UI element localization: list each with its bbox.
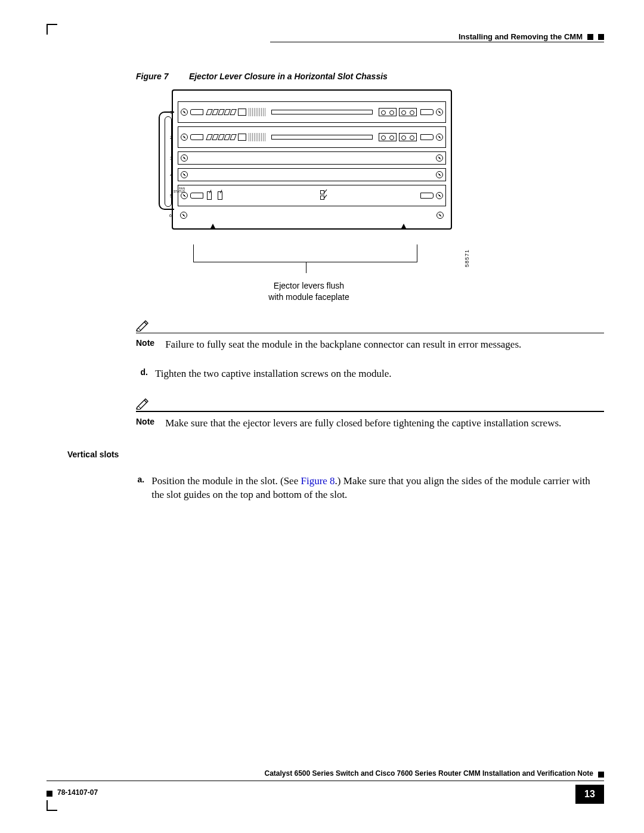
- captive-screw-icon: [436, 154, 443, 162]
- captive-screw-icon: [181, 171, 188, 178]
- callout-line: [193, 244, 194, 262]
- captive-screw-icon: [181, 192, 188, 199]
- footer-doc-number: 78-14107-07: [57, 788, 98, 797]
- step-letter: d.: [136, 367, 148, 377]
- step-text: Position the module in the slot. (See Fi…: [151, 475, 604, 502]
- note-text: Failure to fully seat the module in the …: [165, 338, 521, 352]
- step-item: d. Tighten the two captive installation …: [136, 367, 604, 381]
- page-number-badge: 13: [575, 785, 604, 804]
- note-pencil-icon: [136, 398, 150, 410]
- note-label: Note: [136, 338, 154, 348]
- crop-mark: [47, 810, 57, 811]
- figure-part-number: 58571: [464, 249, 470, 267]
- callout-line: [193, 262, 417, 262]
- footer-doc-title: Catalyst 6500 Series Switch and Cisco 76…: [264, 769, 593, 778]
- decorative-square: [598, 772, 604, 778]
- figure-cross-reference-link[interactable]: Figure 8: [301, 475, 335, 487]
- note-rule: [136, 411, 604, 412]
- chassis-slot: 5: [178, 185, 446, 206]
- note-block: Note Make sure that the ejector levers a…: [136, 398, 604, 430]
- slot-number: 1: [170, 110, 172, 114]
- ejector-lever-icon: [420, 134, 434, 140]
- captive-screw-icon: [436, 171, 443, 178]
- ejector-lever-icon: [190, 109, 203, 115]
- captive-screw-icon: [181, 154, 188, 162]
- footer-rule: [47, 781, 604, 781]
- note-pencil-icon: [136, 320, 150, 332]
- crop-mark: [47, 24, 48, 35]
- note-rule: [136, 333, 604, 334]
- ejector-lever-icon: [420, 193, 434, 199]
- captive-screw-icon: [436, 192, 443, 199]
- decorative-square: [598, 34, 604, 40]
- figure-callout-text: Ejector levers flush with module facepla…: [154, 280, 464, 303]
- chassis-slot: 4: [178, 168, 446, 181]
- slot-number: 4: [170, 173, 172, 177]
- note-block: Note Failure to fully seat the module in…: [136, 320, 604, 352]
- callout-arrow-icon: [210, 224, 216, 230]
- figure-number: Figure 7: [136, 72, 187, 81]
- step-item: a. Position the module in the slot. (See…: [136, 475, 604, 502]
- header-section-title: Installing and Removing the CMM: [459, 32, 583, 41]
- slot-number: 5: [170, 194, 172, 198]
- note-label: Note: [136, 417, 154, 426]
- ejector-lever-icon: [190, 134, 203, 140]
- figure-heading: Figure 7 Ejector Lever Closure in a Hori…: [136, 72, 604, 81]
- slot-number: 2: [170, 135, 172, 140]
- captive-screw-icon: [181, 109, 188, 116]
- chassis-slot: 3: [178, 151, 446, 165]
- step-text: Tighten the two captive installation scr…: [155, 367, 391, 381]
- step-letter: a.: [136, 475, 144, 484]
- slot-number: 6: [169, 213, 172, 218]
- chassis-slot: 2: [178, 126, 446, 148]
- crop-mark: [47, 24, 57, 25]
- callout-line: [306, 262, 306, 273]
- captive-screw-icon: [436, 212, 444, 219]
- captive-screw-icon: [436, 109, 443, 116]
- ejector-lever-icon: [190, 193, 203, 199]
- subsection-heading: Vertical slots: [67, 450, 604, 459]
- crop-mark: [47, 800, 48, 811]
- running-header: Installing and Removing the CMM: [459, 32, 604, 41]
- decorative-square: [47, 791, 52, 797]
- header-rule: [270, 42, 604, 42]
- chassis-slot: 6: [178, 210, 446, 221]
- figure-illustration: FANSTATUS 1 2: [154, 89, 464, 244]
- slot-number: 3: [170, 156, 172, 160]
- callout-arrow-icon: [401, 224, 407, 230]
- chassis-slot: 1: [178, 101, 446, 123]
- ejector-lever-icon: [420, 109, 434, 115]
- figure-caption: Ejector Lever Closure in a Horizontal Sl…: [189, 72, 388, 81]
- captive-screw-icon: [436, 134, 443, 141]
- captive-screw-icon: [180, 212, 187, 219]
- callout-line: [417, 244, 417, 262]
- note-text: Make sure that the ejector levers are fu…: [165, 417, 561, 431]
- captive-screw-icon: [181, 134, 188, 141]
- decorative-square: [587, 34, 593, 40]
